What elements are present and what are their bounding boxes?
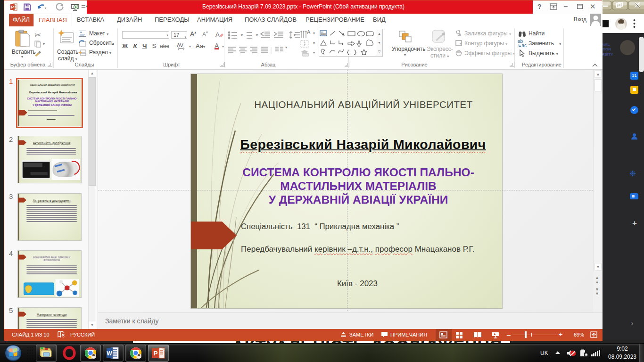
svg-text:A: A bbox=[307, 29, 311, 35]
svg-text:P: P bbox=[154, 350, 158, 357]
svg-text:A: A bbox=[215, 31, 220, 38]
svg-text:AV: AV bbox=[177, 42, 184, 48]
svg-text:W: W bbox=[107, 350, 112, 357]
svg-text:P: P bbox=[11, 5, 14, 9]
